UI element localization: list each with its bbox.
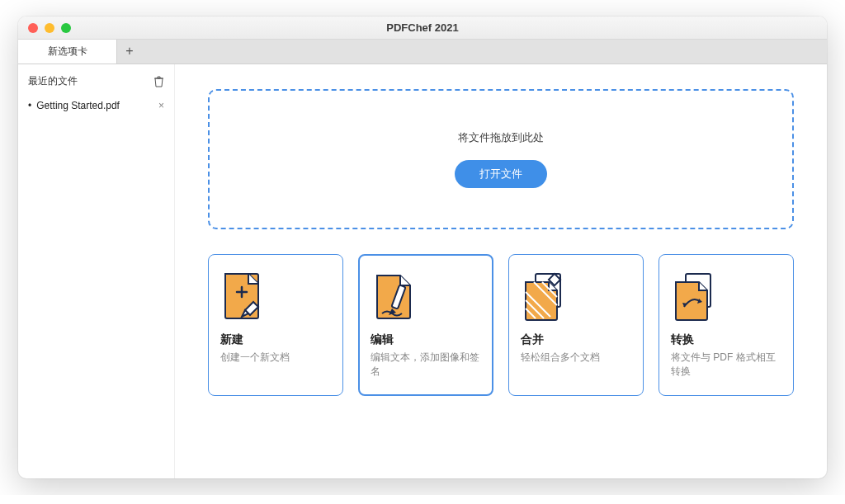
action-cards: 新建 创建一个新文档 编辑 编辑文本，添加图像和签名 — [208, 254, 794, 396]
card-title: 新建 — [220, 332, 331, 347]
card-title: 转换 — [671, 332, 781, 347]
card-edit[interactable]: 编辑 编辑文本，添加图像和签名 — [358, 254, 493, 396]
card-merge[interactable]: 合并 轻松组合多个文档 — [508, 254, 644, 396]
dropzone-hint: 将文件拖放到此处 — [458, 130, 544, 145]
titlebar[interactable]: PDFChef 2021 — [18, 16, 827, 40]
card-subtitle: 轻松组合多个文档 — [521, 351, 631, 365]
close-icon[interactable] — [28, 23, 38, 33]
minimize-icon[interactable] — [45, 23, 54, 33]
sidebar: 最近的文件 •Getting Started.pdf × — [18, 64, 175, 478]
tab-bar: 新选项卡 + — [18, 40, 827, 64]
recent-file-name: Getting Started.pdf — [36, 100, 120, 111]
convert-document-icon — [671, 268, 781, 326]
card-title: 编辑 — [371, 332, 481, 347]
open-file-button[interactable]: 打开文件 — [455, 160, 547, 188]
card-convert[interactable]: 转换 将文件与 PDF 格式相互转换 — [659, 254, 794, 396]
card-title: 合并 — [521, 332, 631, 347]
close-icon[interactable]: × — [158, 100, 164, 111]
trash-icon[interactable] — [153, 76, 164, 87]
card-new[interactable]: 新建 创建一个新文档 — [208, 254, 343, 396]
tab-label: 新选项卡 — [48, 45, 87, 59]
maximize-icon[interactable] — [61, 23, 71, 33]
card-subtitle: 将文件与 PDF 格式相互转换 — [671, 351, 781, 379]
recent-files-label: 最近的文件 — [28, 74, 78, 88]
tab-new[interactable]: 新选项卡 — [18, 39, 117, 64]
main-content: 将文件拖放到此处 打开文件 新建 — [175, 64, 827, 478]
new-tab-button[interactable]: + — [117, 39, 142, 64]
card-subtitle: 创建一个新文档 — [220, 351, 331, 365]
list-item[interactable]: •Getting Started.pdf × — [26, 97, 166, 115]
merge-documents-icon — [521, 268, 631, 326]
card-subtitle: 编辑文本，添加图像和签名 — [371, 351, 481, 379]
edit-document-icon — [371, 268, 481, 326]
dropzone[interactable]: 将文件拖放到此处 打开文件 — [208, 89, 794, 229]
window-controls — [18, 23, 71, 33]
new-document-icon — [220, 268, 331, 326]
app-window: PDFChef 2021 新选项卡 + 最近的文件 •Getting Start… — [18, 16, 827, 478]
app-title: PDFChef 2021 — [18, 21, 827, 34]
